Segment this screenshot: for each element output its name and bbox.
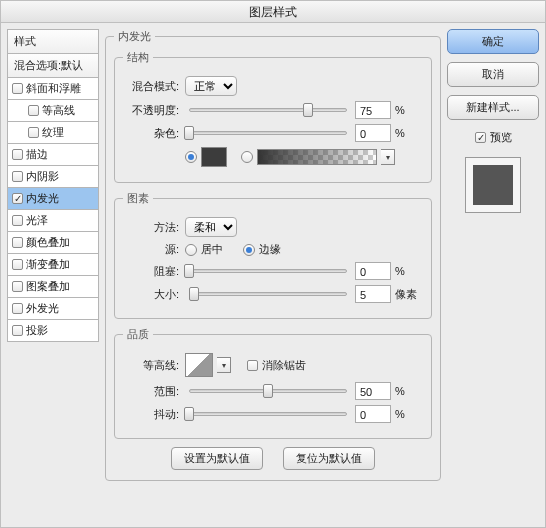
sidebar-item[interactable]: 等高线 <box>7 100 99 122</box>
label-range: 范围: <box>123 384 181 399</box>
sidebar-head-styles[interactable]: 样式 <box>7 29 99 54</box>
label-source-center: 居中 <box>201 242 223 257</box>
set-default-button[interactable]: 设置为默认值 <box>171 447 263 470</box>
checkbox-style[interactable] <box>12 259 23 270</box>
sidebar-item-label: 投影 <box>26 323 48 338</box>
preview-swatch <box>473 165 513 205</box>
input-opacity[interactable]: 75 <box>355 101 391 119</box>
main-panel: 内发光 结构 混合模式: 正常 不透明度: 75 % <box>105 29 441 489</box>
ok-button[interactable]: 确定 <box>447 29 539 54</box>
gradient-preview[interactable] <box>257 149 377 165</box>
label-noise: 杂色: <box>123 126 181 141</box>
group-structure: 结构 混合模式: 正常 不透明度: 75 % 杂色: <box>114 50 432 183</box>
checkbox-style[interactable] <box>12 303 23 314</box>
slider-noise[interactable] <box>189 125 347 141</box>
sidebar-item-label: 等高线 <box>42 103 75 118</box>
sidebar-item-label: 内发光 <box>26 191 59 206</box>
checkbox-style[interactable] <box>28 105 39 116</box>
panel-outer: 内发光 结构 混合模式: 正常 不透明度: 75 % <box>105 29 441 481</box>
layer-style-dialog: 图层样式 样式 混合选项:默认 斜面和浮雕等高线纹理描边内阴影内发光光泽颜色叠加… <box>0 0 546 528</box>
sidebar-item[interactable]: 纹理 <box>7 122 99 144</box>
input-jitter[interactable]: 0 <box>355 405 391 423</box>
sidebar-list: 斜面和浮雕等高线纹理描边内阴影内发光光泽颜色叠加渐变叠加图案叠加外发光投影 <box>7 77 99 342</box>
checkbox-preview[interactable] <box>475 132 486 143</box>
contour-dropdown-icon[interactable] <box>217 357 231 373</box>
select-technique[interactable]: 柔和 <box>185 217 237 237</box>
sidebar-item-label: 渐变叠加 <box>26 257 70 272</box>
unit-choke: % <box>395 265 423 277</box>
unit-size: 像素 <box>395 287 423 302</box>
sidebar-item[interactable]: 内阴影 <box>7 166 99 188</box>
input-choke[interactable]: 0 <box>355 262 391 280</box>
radio-source-center[interactable] <box>185 244 197 256</box>
label-antialias: 消除锯齿 <box>262 358 306 373</box>
sidebar-item-label: 图案叠加 <box>26 279 70 294</box>
checkbox-style[interactable] <box>12 325 23 336</box>
dialog-title: 图层样式 <box>1 1 545 23</box>
panel-title: 内发光 <box>114 29 155 44</box>
checkbox-style[interactable] <box>12 281 23 292</box>
radio-source-edge[interactable] <box>243 244 255 256</box>
label-technique: 方法: <box>123 220 181 235</box>
radio-glow-color[interactable] <box>185 151 197 163</box>
sidebar-item[interactable]: 内发光 <box>7 188 99 210</box>
unit-range: % <box>395 385 423 397</box>
checkbox-antialias[interactable] <box>247 360 258 371</box>
checkbox-style[interactable] <box>28 127 39 138</box>
checkbox-style[interactable] <box>12 237 23 248</box>
label-size: 大小: <box>123 287 181 302</box>
input-noise[interactable]: 0 <box>355 124 391 142</box>
label-choke: 阻塞: <box>123 264 181 279</box>
new-style-button[interactable]: 新建样式... <box>447 95 539 120</box>
slider-choke[interactable] <box>189 263 347 279</box>
unit-jitter: % <box>395 408 423 420</box>
reset-default-button[interactable]: 复位为默认值 <box>283 447 375 470</box>
style-sidebar: 样式 混合选项:默认 斜面和浮雕等高线纹理描边内阴影内发光光泽颜色叠加渐变叠加图… <box>7 29 99 489</box>
sidebar-item-label: 光泽 <box>26 213 48 228</box>
sidebar-item-label: 斜面和浮雕 <box>26 81 81 96</box>
sidebar-item[interactable]: 图案叠加 <box>7 276 99 298</box>
sidebar-item[interactable]: 投影 <box>7 320 99 342</box>
select-blend-mode[interactable]: 正常 <box>185 76 237 96</box>
sidebar-item-label: 颜色叠加 <box>26 235 70 250</box>
sidebar-item[interactable]: 描边 <box>7 144 99 166</box>
label-preview: 预览 <box>490 130 512 145</box>
swatch-glow-color[interactable] <box>201 147 227 167</box>
slider-opacity[interactable] <box>189 102 347 118</box>
legend-structure: 结构 <box>123 50 153 65</box>
checkbox-style[interactable] <box>12 193 23 204</box>
checkbox-style[interactable] <box>12 215 23 226</box>
sidebar-item-label: 内阴影 <box>26 169 59 184</box>
gradient-dropdown-icon[interactable] <box>381 149 395 165</box>
sidebar-item[interactable]: 斜面和浮雕 <box>7 78 99 100</box>
slider-size[interactable] <box>189 286 347 302</box>
sidebar-item[interactable]: 光泽 <box>7 210 99 232</box>
sidebar-item-label: 描边 <box>26 147 48 162</box>
label-opacity: 不透明度: <box>123 103 181 118</box>
slider-range[interactable] <box>189 383 347 399</box>
sidebar-item-label: 纹理 <box>42 125 64 140</box>
sidebar-head-blend[interactable]: 混合选项:默认 <box>7 53 99 78</box>
input-size[interactable]: 5 <box>355 285 391 303</box>
checkbox-style[interactable] <box>12 149 23 160</box>
checkbox-style[interactable] <box>12 171 23 182</box>
label-contour: 等高线: <box>123 358 181 373</box>
right-column: 确定 取消 新建样式... 预览 <box>447 29 539 489</box>
radio-glow-gradient[interactable] <box>241 151 253 163</box>
sidebar-item[interactable]: 外发光 <box>7 298 99 320</box>
sidebar-item[interactable]: 渐变叠加 <box>7 254 99 276</box>
legend-quality: 品质 <box>123 327 153 342</box>
sidebar-item[interactable]: 颜色叠加 <box>7 232 99 254</box>
label-jitter: 抖动: <box>123 407 181 422</box>
cancel-button[interactable]: 取消 <box>447 62 539 87</box>
slider-jitter[interactable] <box>189 406 347 422</box>
preview-box <box>465 157 521 213</box>
unit-noise: % <box>395 127 423 139</box>
label-source-edge: 边缘 <box>259 242 281 257</box>
contour-picker[interactable] <box>185 353 213 377</box>
input-range[interactable]: 50 <box>355 382 391 400</box>
checkbox-style[interactable] <box>12 83 23 94</box>
legend-elements: 图素 <box>123 191 153 206</box>
label-blend-mode: 混合模式: <box>123 79 181 94</box>
unit-opacity: % <box>395 104 423 116</box>
